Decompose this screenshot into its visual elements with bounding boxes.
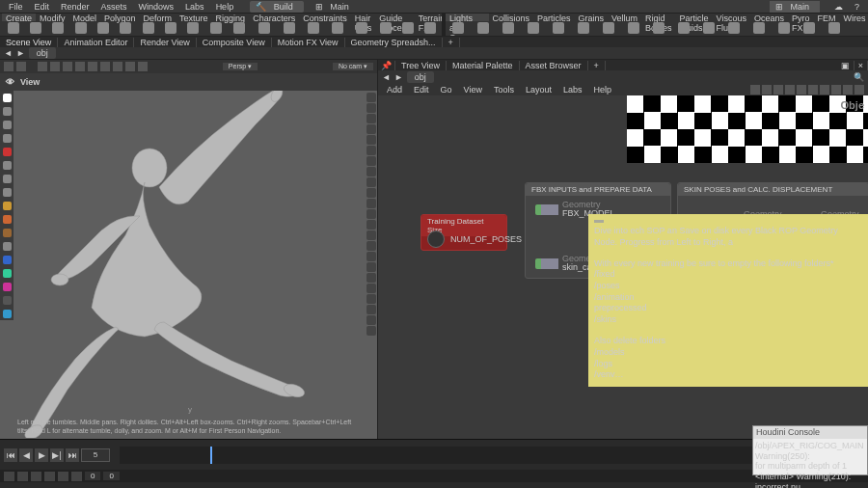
rp-fwd-icon[interactable]: ►: [394, 72, 403, 82]
tab-scene-view[interactable]: Scene View: [0, 38, 58, 47]
vt6-icon[interactable]: [100, 62, 110, 71]
menu-file[interactable]: File: [4, 2, 28, 12]
shelf-sky-light[interactable]: Sky Light: [646, 21, 671, 37]
shelf-tab-create[interactable]: Create: [2, 14, 36, 21]
vt2-icon[interactable]: [50, 62, 60, 71]
shelf-vr-camera[interactable]: VR Camera: [797, 21, 822, 37]
menu-edit[interactable]: Edit: [30, 2, 55, 12]
shelf-spot-light[interactable]: Spot Light: [496, 21, 521, 37]
cloud-icon[interactable]: ☁: [829, 2, 848, 12]
disp-1-icon[interactable]: [366, 93, 376, 102]
tab-material[interactable]: Material Palette: [447, 61, 520, 70]
tab-render-view[interactable]: Render View: [134, 38, 196, 47]
tab-tree-view[interactable]: Tree View: [395, 61, 447, 70]
sticky-note[interactable]: Dive into ech SOP an Save on disk every …: [588, 214, 868, 387]
shelf-box[interactable]: Box: [2, 21, 24, 37]
node-numposes-icon[interactable]: [427, 230, 445, 248]
desktop-main-right[interactable]: ⊞ Main: [770, 1, 820, 13]
menu-help[interactable]: Help: [211, 2, 239, 12]
vt4-icon[interactable]: [75, 62, 85, 71]
shelf-circle[interactable]: Circle: [159, 21, 181, 37]
path-crumb-obj[interactable]: obj: [29, 47, 56, 59]
shelf-point-light[interactable]: Point Light: [471, 21, 496, 37]
snap-icon[interactable]: [4, 62, 14, 71]
viewport[interactable]: y Left mouse tumbles. Middle pans. Right…: [0, 91, 377, 439]
bb-frame-b[interactable]: 0: [103, 472, 119, 480]
bb-3-icon[interactable]: [31, 472, 41, 481]
rp-search-icon[interactable]: 🔍: [854, 72, 864, 82]
menu-labs[interactable]: Labs: [180, 2, 209, 12]
shelf-environment-light[interactable]: Environment Light: [621, 21, 646, 37]
shelf-spray-paint[interactable]: Spray Paint: [277, 21, 302, 37]
tab-geospread[interactable]: Geometry Spreadsh...: [345, 38, 443, 47]
shelf-line[interactable]: Line: [137, 21, 159, 37]
node-overview[interactable]: Obje: [627, 95, 868, 163]
tab-motionfx[interactable]: Motion FX View: [272, 38, 345, 47]
menu-assets[interactable]: Assets: [96, 2, 132, 12]
nav-back-icon[interactable]: ◄: [4, 48, 13, 58]
shelf-file[interactable]: File: [396, 21, 419, 37]
rpm-labs[interactable]: Labs: [558, 85, 587, 95]
nav-fwd-icon[interactable]: ►: [16, 48, 25, 58]
shelf-spiral[interactable]: Spiral: [420, 21, 442, 37]
shelf-sphere[interactable]: Sphere: [24, 21, 46, 37]
rp-back-icon[interactable]: ◄: [382, 72, 391, 82]
tl-frame-input[interactable]: [81, 448, 110, 462]
rpm-add[interactable]: Add: [382, 85, 407, 95]
pin-icon[interactable]: 📌: [378, 61, 395, 70]
tab-composite[interactable]: Composite View: [197, 38, 272, 47]
pane-close-icon[interactable]: ×: [854, 61, 868, 70]
shelf-metaball[interactable]: Metaball: [374, 21, 396, 37]
note-handle[interactable]: [594, 220, 604, 223]
pane-max-icon[interactable]: ▣: [837, 61, 854, 70]
shelf-tube[interactable]: Tube: [47, 21, 69, 37]
vt8-icon[interactable]: [125, 62, 135, 71]
tl-playhead[interactable]: [210, 447, 212, 464]
rp-crumb-obj[interactable]: obj: [407, 71, 434, 83]
tab-anim-editor[interactable]: Animation Editor: [58, 38, 134, 47]
cam-select[interactable]: No cam ▾: [333, 63, 373, 70]
tab-asset-browser[interactable]: Asset Browser: [520, 61, 588, 70]
rpm-go[interactable]: Go: [436, 85, 457, 95]
snap2-icon[interactable]: [16, 62, 26, 71]
shelf-torus[interactable]: Torus: [69, 21, 92, 37]
houdini-console[interactable]: Houdini Console /obj/APEX_RIG/COG_MAIN W…: [752, 425, 868, 475]
rpm-tools[interactable]: Tools: [489, 85, 519, 95]
vt9-icon[interactable]: [138, 62, 148, 71]
shelf-platonic-solids[interactable]: Platonic Solids: [325, 21, 350, 37]
vt1-icon[interactable]: [38, 62, 47, 71]
tl-first-icon[interactable]: ⏮: [4, 448, 17, 462]
tab-add[interactable]: +: [443, 38, 460, 47]
bb-4-icon[interactable]: [44, 472, 55, 481]
shelf-switcher[interactable]: Switcher: [822, 21, 847, 37]
desktop-build[interactable]: 🔨 Build: [250, 1, 304, 13]
bb-6-icon[interactable]: [71, 472, 82, 481]
rpm-layout[interactable]: Layout: [521, 85, 556, 95]
shelf-l-system[interactable]: L-System: [350, 21, 374, 37]
menu-render[interactable]: Render: [56, 2, 95, 12]
shelf-camera[interactable]: Camera: [446, 21, 471, 37]
shelf-stereo-camera[interactable]: Stereo Camera: [772, 21, 797, 37]
tab-add2[interactable]: +: [588, 61, 606, 70]
shelf-caustic-light[interactable]: Caustic Light: [696, 21, 721, 37]
shelf-curve-bezier[interactable]: Curve Bezier: [252, 21, 277, 37]
bb-5-icon[interactable]: [58, 472, 68, 481]
panel-training-size[interactable]: Training Dataset Size NUM_OF_POSES: [420, 214, 507, 251]
help-icon[interactable]: ?: [850, 2, 864, 12]
tl-play-icon[interactable]: ▶: [35, 448, 48, 462]
vt7-icon[interactable]: [113, 62, 122, 71]
shelf-null[interactable]: Null: [115, 21, 137, 37]
shelf-grid[interactable]: Grid: [92, 21, 114, 37]
shelf-curve[interactable]: Curve: [182, 21, 204, 37]
vt3-icon[interactable]: [63, 62, 72, 71]
rpm-help[interactable]: Help: [588, 85, 616, 95]
ne-i1-icon[interactable]: [750, 85, 760, 95]
tl-prev-icon[interactable]: ◀: [19, 448, 33, 462]
tl-next-icon[interactable]: ▶|: [50, 448, 64, 462]
shelf-tab-lights[interactable]: Lights and Cameras: [446, 14, 489, 21]
rpm-view[interactable]: View: [459, 85, 487, 95]
bb-frame-a[interactable]: 0: [85, 472, 100, 480]
tl-track[interactable]: [120, 447, 815, 464]
rpm-edit[interactable]: Edit: [409, 85, 434, 95]
menu-windows[interactable]: Windows: [134, 2, 179, 12]
